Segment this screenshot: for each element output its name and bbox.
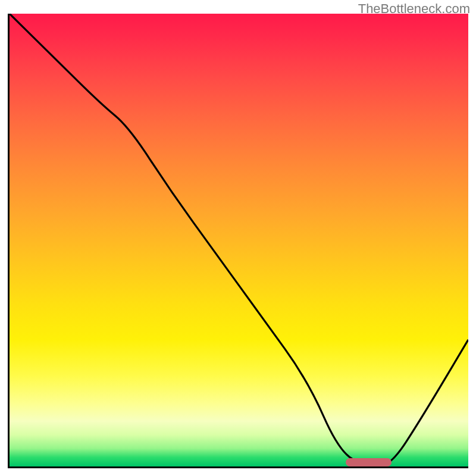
optimal-range-marker: [346, 458, 392, 466]
curve-svg: [10, 14, 468, 466]
watermark-text: TheBottleneck.com: [358, 1, 470, 17]
bottleneck-curve: [10, 14, 468, 466]
chart-container: TheBottleneck.com: [0, 0, 476, 476]
plot-frame: [8, 14, 468, 468]
